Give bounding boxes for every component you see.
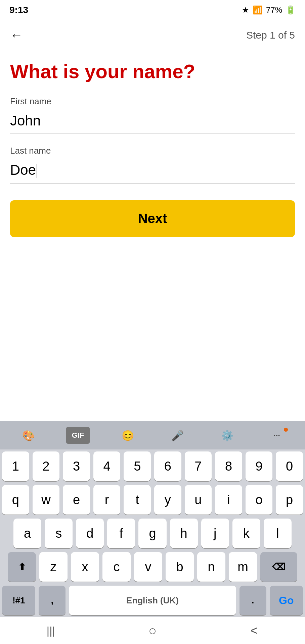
nav-recent-apps[interactable]: ||| [37,625,64,637]
key-z[interactable]: z [39,552,68,582]
first-name-field[interactable]: John [10,109,295,134]
key-0[interactable]: 0 [276,451,303,481]
key-k[interactable]: k [232,519,260,548]
key-d[interactable]: d [76,519,104,548]
nav-header: ← Step 1 of 5 [0,20,305,50]
key-7[interactable]: 7 [185,451,212,481]
back-button[interactable]: ← [10,29,23,42]
period-key[interactable]: . [239,586,266,615]
keyboard-toolbar: 🎨 GIF 😊 🎤 ⚙️ ··· [0,421,305,449]
key-1[interactable]: 1 [2,451,29,481]
keyboard-zxcv-row: ⬆ z x c v b n m ⌫ [0,550,305,584]
key-q[interactable]: q [2,485,29,515]
more-icon[interactable]: ··· [265,427,289,444]
key-8[interactable]: 8 [215,451,242,481]
key-4[interactable]: 4 [93,451,121,481]
space-key[interactable]: English (UK) [69,586,236,615]
wifi-icon: 📶 [253,5,263,15]
status-bar: 9:13 ★ 📶 77% 🔋 [0,0,305,20]
key-3[interactable]: 3 [63,451,90,481]
key-t[interactable]: t [124,485,151,515]
key-b[interactable]: b [166,552,194,582]
key-m[interactable]: m [229,552,257,582]
key-g[interactable]: g [138,519,166,548]
main-content: What is your name? First name John Last … [0,50,305,244]
key-h[interactable]: h [170,519,198,548]
microphone-icon[interactable]: 🎤 [166,427,189,444]
shift-key[interactable]: ⬆ [8,552,36,582]
last-name-label: Last name [10,146,295,156]
settings-icon[interactable]: ⚙️ [215,427,239,444]
key-u[interactable]: u [185,485,212,515]
keyboard-qwerty-row: q w e r t y u i o p [0,483,305,517]
gif-button[interactable]: GIF [66,427,90,444]
status-time: 9:13 [9,5,28,15]
bottom-nav: ||| ○ < [0,617,305,644]
key-y[interactable]: y [154,485,181,515]
key-a[interactable]: a [13,519,41,548]
key-s[interactable]: s [45,519,73,548]
key-w[interactable]: w [33,485,60,515]
key-i[interactable]: i [215,485,242,515]
page-title: What is your name? [10,60,295,83]
last-name-field[interactable]: Doe [10,159,295,183]
first-name-label: First name [10,96,295,107]
key-f[interactable]: f [107,519,135,548]
key-e[interactable]: e [63,485,90,515]
nav-back[interactable]: < [241,624,268,638]
key-c[interactable]: c [102,552,131,582]
key-l[interactable]: l [264,519,292,548]
next-button[interactable]: Next [10,200,295,237]
key-v[interactable]: v [134,552,162,582]
key-9[interactable]: 9 [246,451,273,481]
sticker-icon[interactable]: 🎨 [16,427,40,444]
key-6[interactable]: 6 [154,451,181,481]
keyboard-number-row: 1 2 3 4 5 6 7 8 9 0 [0,449,305,483]
backspace-key[interactable]: ⌫ [260,552,297,582]
key-p[interactable]: p [276,485,303,515]
key-r[interactable]: r [93,485,121,515]
key-2[interactable]: 2 [33,451,60,481]
bluetooth-icon: ★ [242,5,249,15]
symbols-key[interactable]: !#1 [2,586,35,615]
keyboard-bottom-row: !#1 , English (UK) . Go [0,584,305,617]
text-cursor [37,164,37,178]
nav-home[interactable]: ○ [139,623,166,638]
keyboard-area: 🎨 GIF 😊 🎤 ⚙️ ··· 1 2 3 4 5 6 7 8 9 0 q w… [0,421,305,644]
battery-text: 77% [266,5,282,15]
key-5[interactable]: 5 [124,451,151,481]
comma-key[interactable]: , [39,586,66,615]
keyboard-asdf-row: a s d f g h j k l [0,517,305,550]
battery-icon: 🔋 [286,5,296,15]
key-j[interactable]: j [201,519,229,548]
key-x[interactable]: x [71,552,99,582]
status-icons: ★ 📶 77% 🔋 [242,5,296,15]
step-indicator: Step 1 of 5 [246,30,295,41]
next-button-label: Next [138,211,167,226]
key-n[interactable]: n [197,552,225,582]
go-key[interactable]: Go [270,586,303,615]
key-o[interactable]: o [246,485,273,515]
emoji-icon[interactable]: 😊 [116,427,139,444]
